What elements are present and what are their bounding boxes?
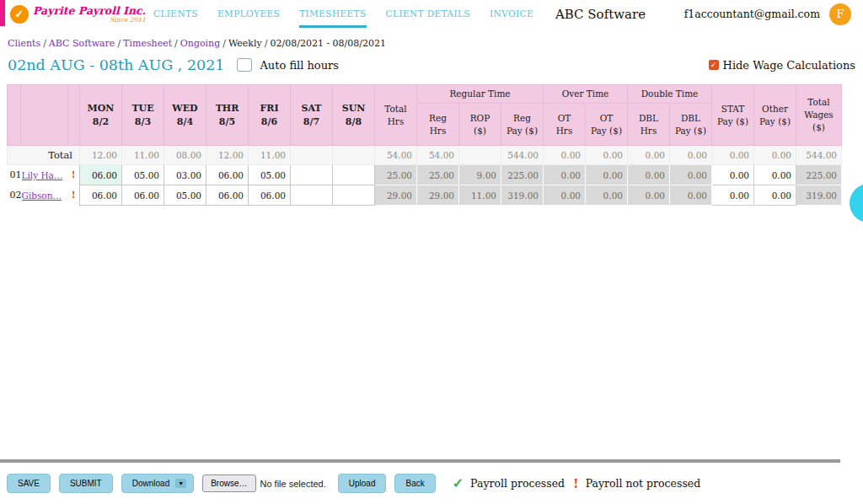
dbl-pay-cell: 0.00	[670, 185, 712, 206]
day-hours-cell[interactable]: 06.00	[206, 185, 249, 206]
day-hours-cell[interactable]: 05.00	[249, 165, 291, 185]
day-column-header: TUE 8/3	[122, 85, 164, 146]
dbl-pay-total-cell: 0.00	[670, 146, 712, 165]
stat-pay-cell[interactable]: 0.00	[712, 165, 754, 185]
ot-pay-total-cell: 0.00	[586, 146, 628, 165]
day-hours-cell[interactable]	[333, 165, 375, 185]
day-column-header: THR 8/5	[206, 85, 249, 146]
day-hours-cell[interactable]: 06.00	[80, 165, 122, 185]
day-hours-cell[interactable]: 05.00	[164, 185, 206, 206]
save-button[interactable]: SAVE	[7, 474, 51, 493]
ot-pay-cell: 0.00	[586, 165, 628, 185]
breadcrumb-ongoing[interactable]: Ongoing	[180, 38, 220, 49]
regular-time-group-header: Regular Time	[417, 85, 544, 104]
nav-employees[interactable]: EMPLOYEES	[217, 0, 280, 28]
auto-fill-label: Auto fill hours	[260, 59, 339, 72]
dbl-hrs-cell: 0.00	[628, 165, 670, 185]
total-wages-cell: 319.00	[796, 185, 842, 206]
download-button[interactable]: Download ▼	[121, 474, 194, 493]
user-avatar[interactable]: F	[829, 3, 851, 25]
employee-name-cell: Lily Ha…	[21, 165, 68, 185]
day-column-header: FRI 8/6	[249, 85, 291, 146]
ot-hrs-cell: 0.00	[544, 185, 586, 206]
employee-name-link[interactable]: Gibson…	[22, 190, 67, 201]
logo-tagline: Since 2011	[33, 17, 146, 24]
day-column-header: SAT 8/7	[291, 85, 333, 146]
logo-title: Payrite Payroll Inc.	[33, 5, 146, 17]
chevron-down-icon: ▼	[175, 479, 186, 488]
day-hours-cell[interactable]: 06.00	[80, 185, 122, 206]
stat-pay-cell[interactable]: 0.00	[712, 185, 754, 206]
payroll-alert-icon: !	[68, 185, 80, 206]
totals-label: Total	[8, 146, 80, 165]
submit-button[interactable]: SUBMIT	[59, 474, 113, 493]
brand-stripe	[0, 0, 5, 26]
main-nav: CLIENTS EMPLOYEES TIMESHEETS CLIENT DETA…	[153, 0, 533, 28]
ot-pay-cell: 0.00	[586, 185, 628, 206]
dbl-pay-cell: 0.00	[670, 165, 712, 185]
not-processed-label: Payroll not processed	[586, 477, 701, 490]
download-label: Download	[132, 479, 169, 488]
hide-wage-checkbox[interactable]: ✓	[709, 60, 719, 70]
reg-pay-total-cell: 544.00	[501, 146, 544, 165]
total-hrs-cell: 29.00	[375, 185, 417, 206]
day-hours-cell[interactable]	[333, 185, 375, 206]
auto-fill-group: Auto fill hours	[237, 58, 339, 72]
reg-hrs-total-cell: 54.00	[417, 146, 459, 165]
day-hours-cell[interactable]: 03.00	[164, 165, 206, 185]
horizontal-scrollbar[interactable]	[0, 459, 840, 463]
reg-pay-cell: 225.00	[501, 165, 544, 185]
breadcrumb-company[interactable]: ABC Software	[49, 38, 115, 49]
browse-button[interactable]: Browse…	[202, 475, 255, 492]
day-hours-cell[interactable]: 06.00	[122, 185, 164, 206]
total-day-cell	[291, 146, 333, 165]
ot-hrs-total-cell: 0.00	[544, 146, 586, 165]
alert-icon: !	[573, 476, 579, 491]
nav-invoice[interactable]: INVOICE	[490, 0, 533, 28]
day-hours-cell[interactable]	[291, 165, 333, 185]
floating-chat-button[interactable]	[850, 184, 863, 223]
auto-fill-checkbox[interactable]	[237, 58, 252, 72]
breadcrumb-separator: /	[117, 38, 121, 49]
ot-hrs-column-header: OT Hrs	[544, 104, 586, 146]
rop-cell: 11.00	[459, 185, 501, 206]
breadcrumb-separator: /	[222, 38, 226, 49]
employee-name-link[interactable]: Lily Ha…	[22, 170, 67, 180]
user-email: f1accountant@gmail.com	[684, 8, 820, 20]
day-hours-cell[interactable]: 05.00	[122, 165, 164, 185]
nav-timesheets[interactable]: TIMESHEETS	[299, 0, 366, 28]
other-pay-cell[interactable]: 0.00	[754, 165, 796, 185]
title-row: 02nd AUG - 08th AUG , 2021 Auto fill hou…	[8, 56, 855, 73]
day-hours-cell[interactable]	[291, 185, 333, 206]
total-wages-cell: 225.00	[796, 165, 842, 185]
breadcrumb-timesheet[interactable]: Timesheet	[123, 38, 172, 49]
stat-pay-column-header: STAT Pay ($)	[712, 85, 754, 146]
upload-button[interactable]: Upload	[338, 474, 387, 493]
nav-clients[interactable]: CLIENTS	[153, 0, 198, 28]
other-pay-cell[interactable]: 0.00	[754, 185, 796, 206]
file-upload-control: Browse… No file selected.	[202, 475, 326, 492]
breadcrumb-clients[interactable]: Clients	[8, 38, 40, 49]
payroll-alert-icon: !	[68, 165, 80, 185]
stat-pay-total-cell: 0.00	[712, 146, 754, 165]
nav-client-details[interactable]: CLIENT DETAILS	[386, 0, 470, 28]
total-day-cell: 11.00	[249, 146, 291, 165]
dbl-hrs-cell: 0.00	[628, 185, 670, 206]
reg-hrs-column-header: Reg Hrs	[417, 104, 459, 146]
total-day-cell: 12.00	[80, 146, 122, 165]
app-logo[interactable]: ✓ Payrite Payroll Inc. Since 2011	[10, 0, 135, 28]
day-column-header: MON 8/2	[80, 85, 122, 146]
employee-row: 02 Gibson… ! 06.00 06.00 05.00 06.00 06.…	[8, 185, 842, 206]
total-wages-column-header: Total Wages ($)	[796, 85, 842, 146]
employee-name-column-header	[21, 85, 68, 146]
back-button[interactable]: Back	[394, 474, 435, 493]
other-pay-total-cell: 0.00	[754, 146, 796, 165]
day-hours-cell[interactable]: 06.00	[206, 165, 249, 185]
breadcrumb-separator: /	[174, 38, 178, 49]
reg-pay-column-header: Reg Pay ($)	[501, 104, 544, 146]
employee-row: 01 Lily Ha… ! 06.00 05.00 03.00 06.00 05…	[8, 165, 842, 185]
ot-hrs-cell: 0.00	[544, 165, 586, 185]
day-hours-cell[interactable]: 06.00	[249, 185, 291, 206]
success-check-icon: ✓	[453, 475, 464, 491]
ot-pay-column-header: OT Pay ($)	[586, 104, 628, 146]
